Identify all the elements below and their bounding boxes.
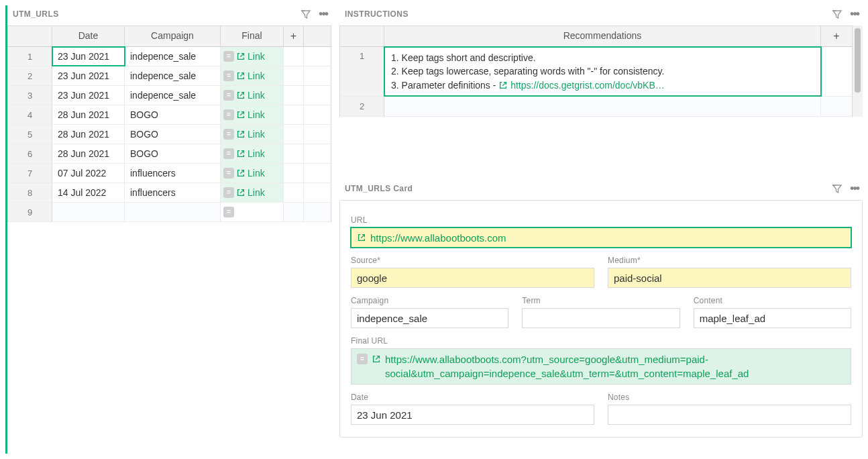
date-cell[interactable] xyxy=(52,203,125,221)
row-number[interactable]: 4 xyxy=(8,105,52,124)
final-link-cell[interactable]: Link xyxy=(221,164,284,183)
param-defs-link[interactable]: https://docs.getgrist.com/doc/vbKB… xyxy=(510,80,665,91)
row-number[interactable]: 1 xyxy=(340,47,384,96)
add-column-button[interactable]: + xyxy=(821,26,852,46)
recommendations-cell[interactable]: 1. Keep tags short and descriptive. 2. K… xyxy=(384,47,821,96)
instr-line-2: 2. Keep tags lowercase, separating words… xyxy=(391,64,814,78)
external-link-icon xyxy=(236,110,246,119)
external-link-icon xyxy=(236,91,246,100)
date-field[interactable]: 23 Jun 2021 xyxy=(351,405,594,425)
external-link-icon xyxy=(236,188,246,197)
instructions-title: INSTRUCTIONS xyxy=(345,9,409,19)
external-link-icon xyxy=(357,233,366,242)
date-cell[interactable]: 28 Jun 2021 xyxy=(52,105,125,124)
term-field[interactable] xyxy=(522,308,680,328)
row-number[interactable]: 7 xyxy=(8,164,52,183)
label-date: Date xyxy=(351,393,594,402)
formula-icon xyxy=(357,354,368,364)
external-link-icon xyxy=(236,130,246,139)
row-number[interactable]: 6 xyxy=(8,144,52,163)
col-header-final[interactable]: Final xyxy=(221,26,284,46)
url-field[interactable]: https://www.allabootboots.com xyxy=(351,227,851,248)
final-link-cell[interactable]: Link xyxy=(221,183,284,202)
medium-field[interactable]: paid-social xyxy=(608,268,851,288)
row-number[interactable]: 2 xyxy=(340,97,384,116)
filter-icon[interactable] xyxy=(831,8,843,20)
empty-cell[interactable] xyxy=(384,97,821,116)
row-number[interactable]: 3 xyxy=(8,86,52,105)
row-number[interactable]: 2 xyxy=(8,66,52,85)
date-cell[interactable]: 07 Jul 2022 xyxy=(52,164,125,183)
formula-icon xyxy=(223,168,234,178)
final-link-cell[interactable]: Link xyxy=(221,47,284,66)
final-link-cell[interactable]: Link xyxy=(221,86,284,105)
campaign-cell[interactable]: influencers xyxy=(125,183,221,202)
external-link-icon xyxy=(236,149,246,158)
label-notes: Notes xyxy=(608,393,851,402)
campaign-cell[interactable] xyxy=(125,203,221,221)
campaign-field[interactable]: indepence_sale xyxy=(351,308,508,328)
label-source: Source* xyxy=(351,256,594,265)
row-number[interactable]: 1 xyxy=(8,47,52,66)
source-field[interactable]: google xyxy=(351,268,594,288)
campaign-cell[interactable]: influencers xyxy=(125,164,221,183)
campaign-cell[interactable]: indepence_sale xyxy=(125,86,221,105)
formula-icon xyxy=(223,90,234,101)
formula-icon xyxy=(223,129,234,140)
row-number[interactable]: 8 xyxy=(8,183,52,202)
instructions-section-header: INSTRUCTIONS ••• xyxy=(339,5,863,26)
campaign-cell[interactable]: BOGO xyxy=(125,105,221,124)
row-number[interactable]: 9 xyxy=(8,203,52,221)
col-header-date[interactable]: Date xyxy=(52,26,125,46)
formula-icon xyxy=(223,207,234,217)
formula-icon xyxy=(223,109,234,120)
card-title: UTM_URLS Card xyxy=(345,184,413,193)
label-url: URL xyxy=(351,215,851,225)
formula-icon xyxy=(223,148,234,159)
rownum-header xyxy=(340,26,384,46)
col-header-campaign[interactable]: Campaign xyxy=(125,26,221,46)
date-cell[interactable]: 28 Jun 2021 xyxy=(52,125,125,144)
final-link-cell[interactable]: Link xyxy=(221,105,284,124)
final-link-cell[interactable]: Link xyxy=(221,125,284,144)
instr-line-3: 3. Parameter definitions - https://docs.… xyxy=(391,79,814,92)
label-campaign: Campaign xyxy=(351,296,508,305)
date-cell[interactable]: 23 Jun 2021 xyxy=(52,66,125,85)
date-cell[interactable]: 23 Jun 2021 xyxy=(52,47,125,66)
formula-icon xyxy=(223,70,234,81)
instructions-table: Recommendations + 1 1. Keep tags short a… xyxy=(339,26,853,117)
campaign-cell[interactable]: BOGO xyxy=(125,144,221,163)
final-link-cell[interactable]: Link xyxy=(221,66,284,85)
campaign-cell[interactable]: BOGO xyxy=(125,125,221,144)
scrollbar[interactable] xyxy=(853,26,863,117)
filter-icon[interactable] xyxy=(300,8,312,20)
utm-urls-section-header: UTM_URLS ••• xyxy=(7,5,331,26)
campaign-cell[interactable]: indepence_sale xyxy=(125,66,221,85)
external-link-icon xyxy=(236,71,246,81)
content-field[interactable]: maple_leaf_ad xyxy=(694,308,851,328)
formula-icon xyxy=(223,51,234,62)
add-column-button[interactable]: + xyxy=(284,26,304,46)
link-text: Link xyxy=(248,70,265,81)
col-header-recommendations[interactable]: Recommendations xyxy=(384,26,821,46)
external-link-icon xyxy=(498,81,508,90)
date-cell[interactable]: 28 Jun 2021 xyxy=(52,144,125,163)
final-url-field[interactable]: https://www.allabootboots.com?utm_source… xyxy=(351,348,851,385)
link-text: Link xyxy=(248,148,265,159)
row-number[interactable]: 5 xyxy=(8,125,52,144)
external-link-icon xyxy=(372,354,381,364)
external-link-icon xyxy=(236,52,246,61)
date-cell[interactable]: 14 Jul 2022 xyxy=(52,183,125,202)
campaign-cell[interactable]: indepence_sale xyxy=(125,47,221,66)
label-content: Content xyxy=(694,296,851,305)
link-text: Link xyxy=(248,90,265,101)
final-link-cell[interactable]: Link xyxy=(221,144,284,163)
formula-icon xyxy=(223,187,234,198)
utm-urls-title: UTM_URLS xyxy=(13,9,59,19)
final-link-cell[interactable] xyxy=(221,203,284,221)
filter-icon[interactable] xyxy=(831,183,843,195)
date-cell[interactable]: 23 Jun 2021 xyxy=(52,86,125,105)
notes-field[interactable] xyxy=(608,405,851,425)
rownum-header xyxy=(8,26,52,46)
link-text: Link xyxy=(248,187,265,198)
